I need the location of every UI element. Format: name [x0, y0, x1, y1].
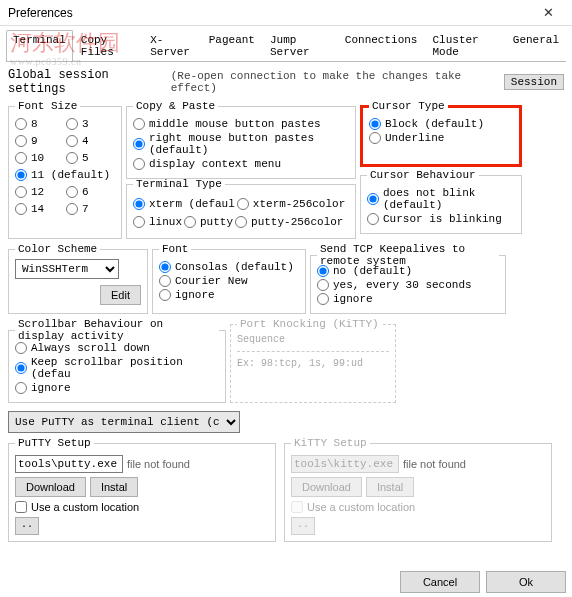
ct-block[interactable]: Block (default) [369, 118, 513, 130]
putty-download-button[interactable]: Download [15, 477, 86, 497]
session-button[interactable]: Session [504, 74, 564, 90]
putty-notfound: file not found [127, 458, 190, 470]
cb-noblink[interactable]: does not blink (default) [367, 187, 515, 211]
footer-buttons: Cancel Ok [400, 571, 566, 593]
ct-underline[interactable]: Underline [369, 132, 513, 144]
cancel-button[interactable]: Cancel [400, 571, 480, 593]
portknock-group: Port Knocking (KiTTY) Sequence Ex: 98:tc… [230, 318, 396, 403]
kitty-browse-button: .. [291, 517, 315, 535]
cursorbeh-group: Cursor Behaviour does not blink (default… [360, 169, 522, 234]
tab-jump-server[interactable]: Jump Server [263, 30, 337, 61]
font-consolas[interactable]: Consolas (default) [159, 261, 299, 273]
tt-putty256[interactable]: putty-256color [235, 216, 343, 228]
putty-setup-group: PuTTY Setup file not found Download Inst… [8, 437, 276, 542]
tt-linux[interactable]: linux [133, 216, 182, 228]
font-ignore[interactable]: ignore [159, 289, 299, 301]
scrollbar-group: Scrollbar Behaviour on display activity … [8, 318, 226, 403]
tabs: Terminal Copy Files X-Server Pageant Jum… [0, 26, 572, 61]
font-legend: Font [159, 243, 191, 255]
sb-ignore[interactable]: ignore [15, 382, 219, 394]
titlebar: Preferences ✕ [0, 0, 572, 26]
fontsize-7[interactable]: 7 [66, 203, 115, 215]
portknock-placeholder: Ex: 98:tcp, 1s, 99:ud [237, 358, 389, 369]
fontsize-group: Font Size 8 3 9 4 10 5 11 (default) 12 6… [8, 100, 122, 239]
cursortype-legend: Cursor Type [369, 100, 448, 112]
cb-blink[interactable]: Cursor is blinking [367, 213, 515, 225]
keepalive-legend: Send TCP Keepalives to remote system [317, 243, 499, 267]
window-title: Preferences [8, 6, 73, 20]
kitty-legend: KiTTY Setup [291, 437, 370, 449]
putty-install-button[interactable]: Instal [90, 477, 138, 497]
tt-putty[interactable]: putty [184, 216, 233, 228]
ka-no[interactable]: no (default) [317, 265, 499, 277]
tab-pageant[interactable]: Pageant [202, 30, 262, 61]
fontsize-9[interactable]: 9 [15, 135, 64, 147]
cursortype-group: Cursor Type Block (default) Underline [360, 100, 522, 167]
terminaltype-group: Terminal Type xterm (defaul xterm-256col… [126, 178, 356, 239]
cursorbeh-legend: Cursor Behaviour [367, 169, 479, 181]
kitty-setup-group: KiTTY Setup file not found Download Inst… [284, 437, 552, 542]
fontsize-14[interactable]: 14 [15, 203, 64, 215]
cp-right[interactable]: right mouse button pastes (default) [133, 132, 349, 156]
colorscheme-edit-button[interactable]: Edit [100, 285, 141, 305]
kitty-path-input [291, 455, 399, 473]
gss-note: (Re-open connection to make the changes … [171, 70, 500, 94]
kitty-custom-checkbox: Use a custom location [291, 501, 545, 513]
font-courier[interactable]: Courier New [159, 275, 299, 287]
kitty-notfound: file not found [403, 458, 466, 470]
gss-title: Global session settings [8, 68, 167, 96]
colorscheme-group: Color Scheme WinSSHTerm Edit [8, 243, 148, 314]
copypaste-legend: Copy & Paste [133, 100, 218, 112]
ok-button[interactable]: Ok [486, 571, 566, 593]
ka-ignore[interactable]: ignore [317, 293, 499, 305]
fontsize-10[interactable]: 10 [15, 152, 64, 164]
tab-copy-files[interactable]: Copy Files [74, 30, 142, 61]
sb-keep[interactable]: Keep scrollbar position (defau [15, 356, 219, 380]
tab-connections[interactable]: Connections [338, 30, 425, 61]
tab-x-server[interactable]: X-Server [143, 30, 201, 61]
fontsize-3[interactable]: 3 [66, 118, 115, 130]
tt-xterm256[interactable]: xterm-256color [237, 198, 345, 210]
tt-xterm[interactable]: xterm (defaul [133, 198, 235, 210]
fontsize-legend: Font Size [15, 100, 80, 112]
fontsize-6[interactable]: 6 [66, 186, 115, 198]
portknock-sub: Sequence [237, 334, 389, 345]
fontsize-4[interactable]: 4 [66, 135, 115, 147]
putty-legend: PuTTY Setup [15, 437, 94, 449]
kitty-download-button: Download [291, 477, 362, 497]
tab-terminal[interactable]: Terminal [6, 30, 73, 61]
sb-always[interactable]: Always scroll down [15, 342, 219, 354]
tab-cluster-mode[interactable]: Cluster Mode [425, 30, 504, 61]
fontsize-5[interactable]: 5 [66, 152, 115, 164]
copypaste-group: Copy & Paste middle mouse button pastes … [126, 100, 356, 179]
kitty-install-button: Instal [366, 477, 414, 497]
colorscheme-legend: Color Scheme [15, 243, 100, 255]
scrollbar-legend: Scrollbar Behaviour on display activity [15, 318, 219, 342]
colorscheme-select[interactable]: WinSSHTerm [15, 259, 119, 279]
fontsize-8[interactable]: 8 [15, 118, 64, 130]
putty-custom-checkbox[interactable]: Use a custom location [15, 501, 269, 513]
font-group: Font Consolas (default) Courier New igno… [152, 243, 306, 314]
global-settings-header: Global session settings (Re-open connect… [8, 68, 564, 96]
terminaltype-legend: Terminal Type [133, 178, 225, 190]
tab-general[interactable]: General [506, 30, 566, 61]
close-icon[interactable]: ✕ [530, 2, 566, 24]
putty-path-input[interactable] [15, 455, 123, 473]
fontsize-11[interactable]: 11 (default) [15, 169, 115, 181]
putty-browse-button[interactable]: .. [15, 517, 39, 535]
cp-context[interactable]: display context menu [133, 158, 349, 170]
portknock-legend: Port Knocking (KiTTY) [237, 318, 382, 330]
ka-yes[interactable]: yes, every 30 seconds [317, 279, 499, 291]
cp-middle[interactable]: middle mouse button pastes [133, 118, 349, 130]
terminal-client-select[interactable]: Use PuTTY as terminal client (c [8, 411, 240, 433]
keepalive-group: Send TCP Keepalives to remote system no … [310, 243, 506, 314]
fontsize-12[interactable]: 12 [15, 186, 64, 198]
